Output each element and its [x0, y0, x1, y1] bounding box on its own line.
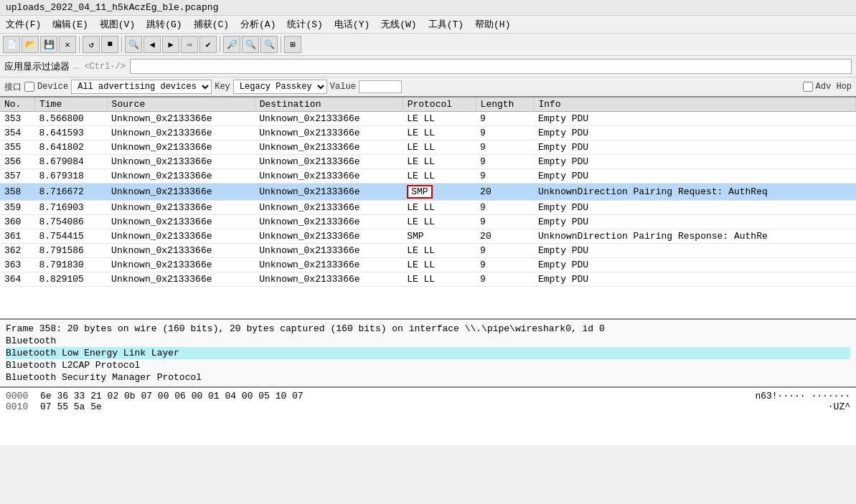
- table-cell-6: UnknownDirection Pairing Request: AuthRe…: [534, 184, 856, 201]
- table-cell-4: LE LL: [403, 155, 476, 169]
- table-cell-6: Empty PDU: [534, 215, 856, 229]
- table-cell-0: 355: [0, 141, 35, 155]
- menu-item-8[interactable]: 无线(W): [381, 18, 416, 31]
- table-cell-0: 358: [0, 184, 35, 201]
- table-cell-4: LE LL: [403, 126, 476, 141]
- table-cell-1: 8.791586: [35, 244, 108, 258]
- table-cell-0: 353: [0, 112, 35, 126]
- table-cell-3: Unknown_0x2133366e: [255, 155, 403, 169]
- table-cell-1: 8.641593: [35, 126, 108, 141]
- table-row[interactable]: 3608.754086Unknown_0x2133366eUnknown_0x2…: [0, 215, 856, 229]
- next-btn[interactable]: ▶: [162, 36, 179, 53]
- prev-btn[interactable]: ◀: [144, 36, 161, 53]
- table-row[interactable]: 3578.679318Unknown_0x2133366eUnknown_0x2…: [0, 169, 856, 184]
- table-cell-4: SMP: [403, 184, 476, 201]
- menu-item-0[interactable]: 文件(F): [6, 18, 41, 31]
- value-label: Value: [330, 82, 356, 92]
- open-btn[interactable]: 📂: [22, 36, 39, 53]
- value-input[interactable]: [359, 80, 402, 93]
- columns-btn[interactable]: ⊞: [284, 36, 301, 53]
- table-cell-2: Unknown_0x2133366e: [107, 201, 255, 215]
- filter-bar: 应用显示过滤器 … <Ctrl-/>: [0, 56, 856, 77]
- device-select[interactable]: All advertising devices: [71, 80, 212, 94]
- table-cell-0: 361: [0, 229, 35, 244]
- table-cell-5: 9: [476, 244, 534, 258]
- zoom-reset-btn[interactable]: 🔍: [260, 36, 278, 53]
- port-label: 接口: [4, 81, 22, 93]
- table-cell-0: 363: [0, 258, 35, 272]
- col-time: Time: [35, 98, 108, 112]
- table-row[interactable]: 3588.716672Unknown_0x2133366eUnknown_0x2…: [0, 184, 856, 201]
- filter-apply-btn[interactable]: ✔: [199, 36, 217, 53]
- reload-btn[interactable]: ↺: [83, 36, 100, 53]
- detail-line-1[interactable]: Bluetooth: [6, 335, 850, 347]
- table-row[interactable]: 3628.791586Unknown_0x2133366eUnknown_0x2…: [0, 244, 856, 258]
- table-cell-3: Unknown_0x2133366e: [255, 272, 403, 287]
- hex-row-0: 00006e 36 33 21 02 0b 07 00 06 00 01 04 …: [6, 391, 850, 401]
- adv-hop-checkbox[interactable]: [803, 82, 813, 92]
- menu-item-4[interactable]: 捕获(C): [194, 18, 229, 31]
- table-cell-2: Unknown_0x2133366e: [107, 155, 255, 169]
- menu-item-2[interactable]: 视图(V): [100, 18, 135, 31]
- find-btn[interactable]: 🔍: [125, 36, 142, 53]
- table-cell-5: 9: [476, 141, 534, 155]
- hex-panel: 00006e 36 33 21 02 0b 07 00 06 00 01 04 …: [0, 388, 856, 445]
- table-cell-4: LE LL: [403, 244, 476, 258]
- table-cell-3: Unknown_0x2133366e: [255, 201, 403, 215]
- filter-input[interactable]: [130, 59, 852, 74]
- menu-item-1[interactable]: 编辑(E): [52, 18, 88, 31]
- detail-line-3[interactable]: Bluetooth L2CAP Protocol: [6, 359, 850, 371]
- table-cell-2: Unknown_0x2133366e: [107, 244, 255, 258]
- table-cell-0: 354: [0, 126, 35, 141]
- col-destination: Destination: [255, 98, 403, 112]
- toolbar: 📄 📂 💾 ✕ ↺ ■ 🔍 ◀ ▶ ⇨ ✔ 🔎 🔍 🔍 ⊞: [0, 34, 856, 56]
- table-cell-0: 356: [0, 155, 35, 169]
- stop-btn[interactable]: ■: [101, 36, 118, 53]
- detail-line-4[interactable]: Bluetooth Security Manager Protocol: [6, 371, 850, 384]
- table-row[interactable]: 3618.754415Unknown_0x2133366eUnknown_0x2…: [0, 229, 856, 244]
- menu-item-9[interactable]: 工具(T): [428, 18, 464, 31]
- zoom-in-btn[interactable]: 🔎: [223, 36, 240, 53]
- table-cell-3: Unknown_0x2133366e: [255, 184, 403, 201]
- menu-item-3[interactable]: 跳转(G): [146, 18, 182, 31]
- menu-item-5[interactable]: 分析(A): [240, 18, 276, 31]
- port-checkbox[interactable]: [24, 82, 34, 92]
- table-cell-2: Unknown_0x2133366e: [107, 112, 255, 126]
- packet-tbody: 3538.566800Unknown_0x2133366eUnknown_0x2…: [0, 112, 856, 287]
- table-cell-2: Unknown_0x2133366e: [107, 215, 255, 229]
- detail-line-0[interactable]: Frame 358: 20 bytes on wire (160 bits), …: [6, 323, 850, 335]
- table-cell-0: 364: [0, 272, 35, 287]
- hex-bytes-1: 07 55 5a 5e: [40, 401, 819, 412]
- key-select[interactable]: Legacy Passkey: [233, 80, 327, 94]
- device-label: Device: [37, 82, 68, 92]
- key-label: Key: [215, 82, 230, 92]
- save-btn[interactable]: 💾: [40, 36, 57, 53]
- table-cell-2: Unknown_0x2133366e: [107, 258, 255, 272]
- menu-item-6[interactable]: 统计(S): [287, 18, 322, 31]
- table-row[interactable]: 3568.679084Unknown_0x2133366eUnknown_0x2…: [0, 155, 856, 169]
- table-cell-5: 9: [476, 112, 534, 126]
- col-length: Length: [476, 98, 534, 112]
- table-cell-3: Unknown_0x2133366e: [255, 126, 403, 141]
- menu-item-10[interactable]: 帮助(H): [475, 18, 510, 31]
- go-btn[interactable]: ⇨: [181, 36, 198, 53]
- new-btn[interactable]: 📄: [3, 36, 20, 53]
- table-cell-1: 8.641802: [35, 141, 108, 155]
- table-row[interactable]: 3598.716903Unknown_0x2133366eUnknown_0x2…: [0, 201, 856, 215]
- table-row[interactable]: 3538.566800Unknown_0x2133366eUnknown_0x2…: [0, 112, 856, 126]
- table-row[interactable]: 3558.641802Unknown_0x2133366eUnknown_0x2…: [0, 141, 856, 155]
- table-row[interactable]: 3638.791830Unknown_0x2133366eUnknown_0x2…: [0, 258, 856, 272]
- table-cell-6: Empty PDU: [534, 272, 856, 287]
- table-cell-6: Empty PDU: [534, 244, 856, 258]
- menu-item-7[interactable]: 电话(Y): [334, 18, 370, 31]
- table-cell-3: Unknown_0x2133366e: [255, 258, 403, 272]
- packet-table: No. Time Source Destination Protocol Len…: [0, 98, 856, 287]
- zoom-out-btn[interactable]: 🔍: [242, 36, 259, 53]
- table-cell-4: LE LL: [403, 112, 476, 126]
- table-row[interactable]: 3648.829105Unknown_0x2133366eUnknown_0x2…: [0, 272, 856, 287]
- close-btn[interactable]: ✕: [59, 36, 76, 53]
- table-row[interactable]: 3548.641593Unknown_0x2133366eUnknown_0x2…: [0, 126, 856, 141]
- table-cell-4: LE LL: [403, 141, 476, 155]
- detail-line-2[interactable]: Bluetooth Low Energy Link Layer: [6, 347, 850, 359]
- table-cell-6: Empty PDU: [534, 201, 856, 215]
